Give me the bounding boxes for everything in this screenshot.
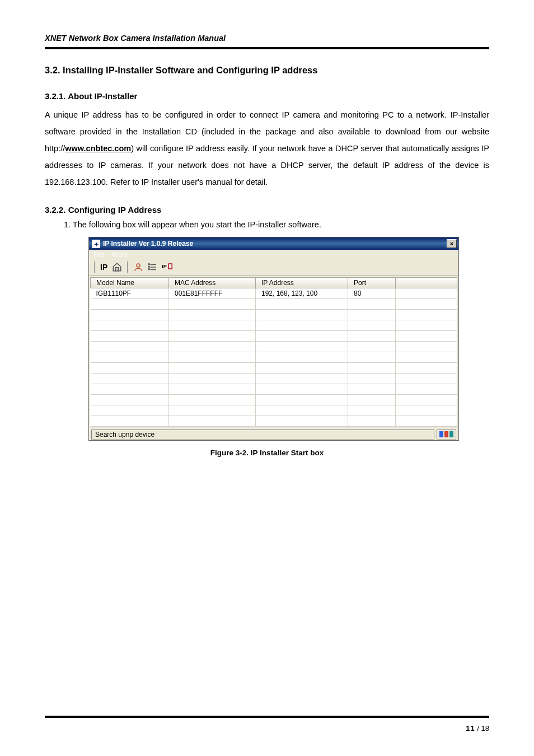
tray-indicator-blue <box>439 431 443 437</box>
table-header-row: Model Name MAC Address IP Address Port <box>91 278 457 288</box>
toolbar-separator <box>127 262 128 273</box>
toolbar-separator <box>94 262 95 273</box>
table-row[interactable] <box>91 320 457 331</box>
toolbar: IP IP <box>89 260 458 276</box>
col-port[interactable]: Port <box>348 278 396 288</box>
device-table: Model Name MAC Address IP Address Port I… <box>90 277 457 427</box>
svg-rect-0 <box>116 268 119 271</box>
tray-indicator-teal <box>449 431 453 437</box>
menu-bar: File Work <box>89 250 458 260</box>
svg-text:IP: IP <box>162 264 167 269</box>
menu-file[interactable]: File <box>93 251 104 259</box>
about-paragraph: A unique IP address has to be configured… <box>45 106 489 190</box>
ip-config-icon[interactable]: IP <box>161 261 174 273</box>
svg-rect-9 <box>168 264 172 269</box>
table-row[interactable] <box>91 374 457 384</box>
table-row[interactable] <box>91 363 457 374</box>
svg-rect-6 <box>149 267 150 268</box>
table-row[interactable] <box>91 405 457 416</box>
home-icon[interactable] <box>111 261 123 273</box>
header-rule <box>45 47 489 49</box>
cell-empty <box>396 288 457 299</box>
cell-mac: 001E81FFFFFF <box>169 288 256 299</box>
user-refresh-icon[interactable] <box>132 261 144 273</box>
page-number: 11 / 18 <box>466 724 489 732</box>
window-title: IP Installer Ver 1.0.9 Release <box>103 240 193 248</box>
svg-rect-5 <box>149 264 150 265</box>
table-row[interactable] <box>91 331 457 342</box>
table-row[interactable] <box>91 395 457 405</box>
page-current: 11 <box>466 724 475 732</box>
toolbar-ip-button[interactable]: IP <box>99 263 109 272</box>
status-bar: Search upnp device <box>89 428 458 440</box>
ip-installer-window: ✦ IP Installer Ver 1.0.9 Release × File … <box>88 237 459 441</box>
table-row[interactable] <box>91 384 457 395</box>
table-row[interactable] <box>91 310 457 320</box>
cell-ip: 192, 168, 123, 100 <box>256 288 348 299</box>
menu-work[interactable]: Work <box>112 251 128 259</box>
close-icon[interactable]: × <box>447 239 457 248</box>
svg-point-1 <box>137 264 140 267</box>
section-heading: 3.2. Installing IP-Installer Software an… <box>45 65 489 76</box>
svg-rect-7 <box>149 269 150 270</box>
status-text: Search upnp device <box>91 430 434 440</box>
tray-indicator-red <box>444 431 448 437</box>
footer-rule <box>45 716 489 718</box>
website-link[interactable]: www.cnbtec.com <box>65 144 131 153</box>
figure-caption: Figure 3-2. IP Installer Start box <box>45 449 489 457</box>
table-row[interactable] <box>91 416 457 427</box>
col-ip-address[interactable]: IP Address <box>256 278 348 288</box>
list-icon[interactable] <box>147 261 159 273</box>
col-model-name[interactable]: Model Name <box>91 278 169 288</box>
table-row[interactable]: IGB1110PF 001E81FFFFFF 192, 168, 123, 10… <box>91 288 457 299</box>
page-total: 18 <box>481 724 489 732</box>
subsection-heading-configuring: 3.2.2. Configuring IP Address <box>45 205 489 214</box>
running-head: XNET Network Box Camera Installation Man… <box>45 34 489 46</box>
cell-model: IGB1110PF <box>91 288 169 299</box>
page-sep: / <box>475 724 481 732</box>
table-row[interactable] <box>91 352 457 363</box>
app-icon: ✦ <box>92 240 100 248</box>
col-spacer <box>396 278 457 288</box>
table-row[interactable] <box>91 299 457 310</box>
window-titlebar[interactable]: ✦ IP Installer Ver 1.0.9 Release × <box>89 237 458 250</box>
step-1-text: 1. The following box will appear when yo… <box>64 220 489 229</box>
subsection-heading-about: 3.2.1. About IP-Installer <box>45 91 489 101</box>
cell-port: 80 <box>348 288 396 299</box>
col-mac-address[interactable]: MAC Address <box>169 278 256 288</box>
status-tray <box>437 430 456 440</box>
table-row[interactable] <box>91 342 457 352</box>
device-table-wrap: Model Name MAC Address IP Address Port I… <box>89 276 458 428</box>
